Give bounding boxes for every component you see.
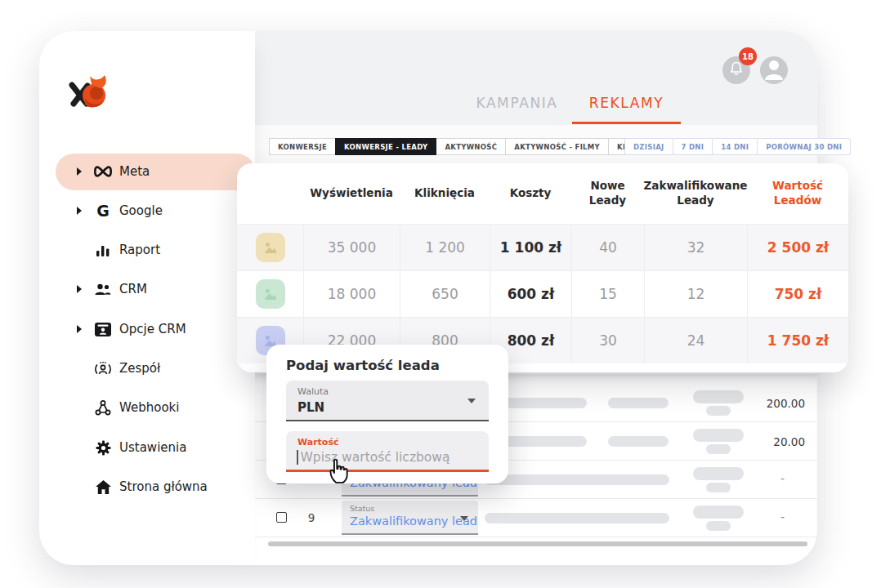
- date-porownaj-30dni[interactable]: PORÓWNAJ 30 DNI: [757, 138, 851, 155]
- chevron-right-icon: [77, 325, 82, 333]
- chevron-right-icon: [77, 285, 82, 293]
- cell-costs: 600 zł: [490, 270, 571, 317]
- row-checkbox[interactable]: [276, 512, 287, 523]
- status-dropdown[interactable]: Status Zakwalifikowany lead: [342, 501, 478, 535]
- date-filter-group: DZISIAJ 7 DNI 14 DNI PORÓWNAJ 30 DNI: [625, 138, 851, 155]
- skeleton-pill: [485, 513, 669, 523]
- lead-value: -: [768, 472, 785, 485]
- currency-label: Waluta: [297, 386, 329, 397]
- cell-new-leads: 40: [571, 224, 644, 270]
- app-logo: [69, 74, 111, 113]
- text-cursor: [297, 450, 298, 465]
- sidebar-item-zespol[interactable]: Zespół: [56, 350, 255, 387]
- sidebar-item-label: Strona główna: [119, 479, 208, 494]
- status-value: Zakwalifikowany lead: [350, 514, 477, 528]
- cell-qualified-leads: 32: [644, 224, 747, 270]
- chevron-right-icon: [77, 207, 82, 215]
- crm-people-icon: [92, 278, 114, 301]
- tab-kampania[interactable]: KAMPANIA: [466, 95, 568, 111]
- active-tab-underline: [572, 122, 681, 124]
- skeleton-pill: [608, 436, 669, 447]
- cell-clicks: 1 200: [400, 224, 490, 270]
- lead-value-modal: Podaj wartość leada Waluta PLN Wartość W…: [266, 345, 508, 483]
- avatar[interactable]: [760, 56, 788, 84]
- chevron-down-icon: [460, 516, 468, 521]
- cell-costs: 1 100 zł: [490, 224, 571, 270]
- sidebar: Meta G Google Raport CRM Opcje CRM: [39, 31, 255, 565]
- sidebar-item-ustawienia[interactable]: Ustawienia: [56, 430, 255, 466]
- notification-badge: 18: [739, 47, 757, 65]
- bell-icon: [729, 61, 744, 80]
- header-qualified-leads: Zakwalifikowane Leady: [644, 163, 747, 224]
- sidebar-item-label: Opcje CRM: [119, 322, 186, 336]
- user-icon: [760, 56, 788, 84]
- date-14dni[interactable]: 14 DNI: [712, 138, 758, 155]
- sidebar-item-crm[interactable]: CRM: [56, 271, 255, 308]
- header-lead-value: Wartość Leadów: [747, 163, 848, 224]
- skeleton-pill-stack: [693, 467, 744, 492]
- ads-table-card: Wyświetlenia Kliknięcia Koszty Nowe Lead…: [237, 163, 848, 372]
- contact-card-icon: [92, 318, 114, 341]
- modal-title: Podaj wartość leada: [286, 358, 440, 373]
- metric-filter-group: KONWERSJE KONWERSJE - LEADY AKTYWNOŚĆ AK…: [270, 138, 673, 155]
- lead-value: 200.00: [731, 397, 805, 410]
- sidebar-item-strona-glowna[interactable]: Strona główna: [56, 469, 255, 506]
- cell-views: 35 000: [303, 224, 400, 270]
- chevron-down-icon: [467, 399, 476, 403]
- sidebar-item-label: Ustawienia: [119, 440, 186, 455]
- filter-aktywnosc[interactable]: AKTYWNOŚĆ: [436, 138, 506, 155]
- webhook-icon: [92, 396, 114, 419]
- hand-cursor-icon: [325, 454, 351, 483]
- horizontal-scrollbar[interactable]: [268, 541, 807, 546]
- sidebar-item-label: CRM: [119, 282, 147, 296]
- cell-lead-value: 1 750 zł: [747, 317, 848, 363]
- page-canvas: 18 KAMPANIA REKLAMY KONWERSJE KONWERSJE …: [0, 0, 890, 588]
- sidebar-item-webhooki[interactable]: Webhooki: [56, 390, 255, 426]
- value-placeholder: Wpisz wartość liczbową: [301, 450, 450, 465]
- cell-lead-value: 2 500 zł: [747, 224, 848, 270]
- value-input[interactable]: Wartość Wpisz wartość liczbową: [286, 431, 489, 472]
- cell-new-leads: 15: [571, 270, 644, 317]
- cell-lead-value: 750 zł: [747, 270, 848, 317]
- currency-select[interactable]: Waluta PLN: [286, 381, 489, 421]
- gear-icon: [92, 436, 114, 459]
- ad-row[interactable]: 18 000 650 600 zł 15 12 750 zł: [237, 270, 848, 317]
- value-label: Wartość: [297, 437, 338, 448]
- skeleton-pill: [608, 398, 669, 408]
- filter-konwersje[interactable]: KONWERSJE: [269, 138, 336, 155]
- image-thumb-icon: [256, 279, 285, 309]
- date-7dni[interactable]: 7 DNI: [673, 138, 713, 155]
- meta-icon: [92, 160, 114, 183]
- sidebar-item-raport[interactable]: Raport: [56, 232, 255, 269]
- team-icon: [92, 357, 114, 380]
- sidebar-item-label: Meta: [119, 164, 150, 179]
- header-clicks: Kliknięcia: [400, 163, 490, 224]
- sidebar-item-opcje-crm[interactable]: Opcje CRM: [56, 311, 255, 348]
- sidebar-item-label: Google: [119, 203, 163, 218]
- tab-reklamy[interactable]: REKLAMY: [572, 95, 681, 111]
- header-thumb: [237, 163, 303, 224]
- header-new-leads: Nowe Leady: [571, 163, 644, 224]
- skeleton-pill-stack: [693, 506, 744, 531]
- sidebar-item-google[interactable]: G Google: [56, 193, 255, 229]
- date-dzisiaj[interactable]: DZISIAJ: [624, 138, 673, 155]
- cell-views: 18 000: [303, 270, 400, 317]
- image-thumb-icon: [256, 233, 285, 262]
- cell-qualified-leads: 24: [644, 317, 747, 363]
- skeleton-pill: [485, 474, 669, 485]
- cell-new-leads: 30: [571, 317, 644, 363]
- ads-table: Wyświetlenia Kliknięcia Koszty Nowe Lead…: [237, 163, 848, 224]
- filter-konwersje-leady[interactable]: KONWERSJE - LEADY: [335, 138, 436, 155]
- sidebar-item-meta[interactable]: Meta: [56, 154, 255, 190]
- google-icon: G: [92, 199, 114, 222]
- lead-value: 20.00: [731, 435, 805, 448]
- filter-aktywnosc-filmy[interactable]: AKTYWNOŚĆ - FILMY: [505, 138, 609, 155]
- ad-row[interactable]: 35 000 1 200 1 100 zł 40 32 2 500 zł: [237, 224, 848, 270]
- row-number: 9: [301, 511, 322, 524]
- chevron-right-icon: [77, 167, 82, 176]
- home-icon: [92, 475, 114, 498]
- table-row[interactable]: 9 Status Zakwalifikowany lead -: [255, 499, 817, 537]
- bar-chart-icon: [92, 238, 114, 261]
- sidebar-item-label: Webhooki: [119, 400, 179, 415]
- header-views: Wyświetlenia: [303, 163, 400, 224]
